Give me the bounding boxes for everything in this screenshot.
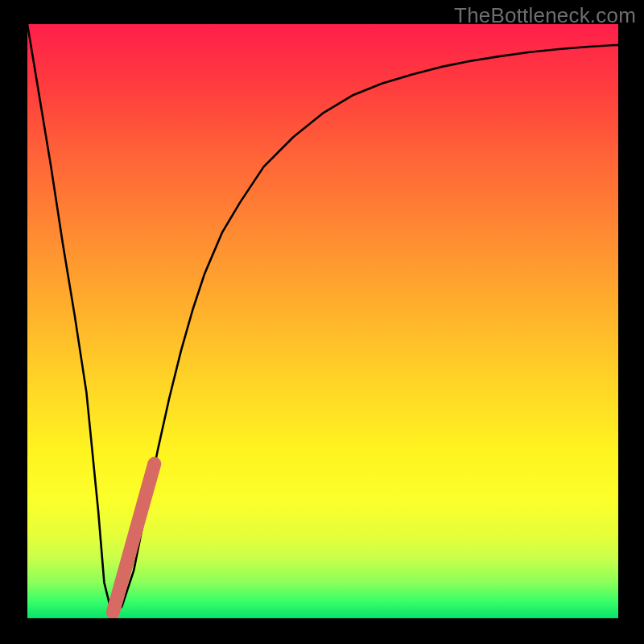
highlight-marker [113,464,154,613]
curve-layer [27,24,618,618]
bottleneck-curve [27,24,618,613]
chart-frame: TheBottleneck.com [0,0,644,644]
plot-area [27,24,618,618]
